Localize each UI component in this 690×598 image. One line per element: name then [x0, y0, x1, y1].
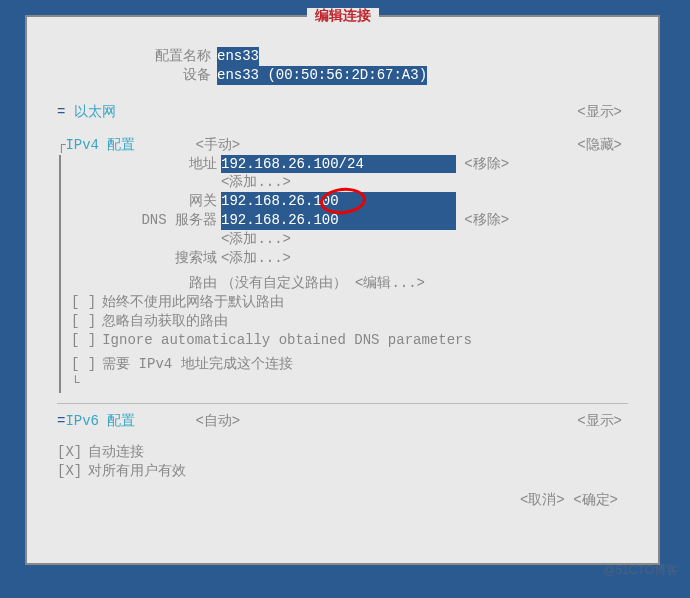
chk-all-users[interactable]: [X] 对所有用户有效 [57, 462, 628, 481]
button-bar: <取消> <确定> [57, 491, 628, 510]
watermark: @51CTO博客 [603, 562, 678, 578]
search-add-button[interactable]: <添加...> [221, 249, 291, 268]
dns-remove-button[interactable]: <移除> [456, 211, 509, 230]
chk-ignore-routes[interactable]: [ ] 忽略自动获取的路由 [71, 312, 628, 331]
chk-ignore-routes-label: 忽略自动获取的路由 [102, 312, 228, 331]
chk-auto-connect-label: 自动连接 [88, 443, 144, 462]
dns-add-button[interactable]: <添加...> [221, 230, 291, 249]
device-row: 设备 ens33 (00:50:56:2D:67:A3) [57, 66, 628, 85]
ipv4-body: 地址 192.168.26.100/24 <移除> <添加...> 网关 192… [59, 155, 628, 394]
ipv4-label: IPv4 配置 [65, 136, 135, 155]
checkbox-checked-icon: [X] [57, 443, 88, 462]
gateway-row: 网关 192.168.26.100 [71, 192, 628, 211]
address-add-button[interactable]: <添加...> [221, 173, 291, 192]
cancel-button[interactable]: <取消> [520, 492, 565, 508]
chk-auto-connect[interactable]: [X] 自动连接 [57, 443, 628, 462]
dns-row: DNS 服务器 192.168.26.100 <移除> [71, 211, 628, 230]
checkbox-icon: [ ] [71, 293, 102, 312]
route-label: 路由 [71, 274, 221, 293]
title-bar: 编辑连接 [27, 7, 658, 26]
address-label: 地址 [71, 155, 221, 174]
dialog-title: 编辑连接 [307, 8, 379, 24]
ipv4-prefix: ┌ [57, 136, 65, 155]
ipv6-mode-select[interactable]: <自动> [195, 412, 240, 431]
ethernet-show-button[interactable]: <显示> [577, 103, 628, 122]
search-row: 搜索域 <添加...> [71, 249, 628, 268]
ipv6-label: IPv6 配置 [65, 412, 135, 431]
address-remove-button[interactable]: <移除> [456, 155, 509, 174]
address-row: 地址 192.168.26.100/24 <移除> [71, 155, 628, 174]
search-label: 搜索域 [71, 249, 221, 268]
ethernet-prefix: = [57, 104, 65, 120]
ipv6-prefix: = [57, 412, 65, 431]
ipv4-section-header: ┌ IPv4 配置 <手动> <隐藏> [57, 136, 628, 155]
device-input[interactable]: ens33 (00:50:56:2D:67:A3) [217, 66, 427, 85]
checkbox-checked-icon: [X] [57, 462, 88, 481]
chk-default-route[interactable]: [ ] 始终不使用此网络于默认路由 [71, 293, 628, 312]
ipv6-show-button[interactable]: <显示> [577, 412, 628, 431]
checkbox-icon: [ ] [71, 312, 102, 331]
dialog-content: 配置名称 ens33 设备 ens33 (00:50:56:2D:67:A3) … [27, 17, 658, 520]
chk-need-ipv4-label: 需要 IPv4 地址完成这个连接 [102, 355, 292, 374]
chk-need-ipv4[interactable]: [ ] 需要 IPv4 地址完成这个连接 [71, 355, 628, 374]
checkbox-icon: [ ] [71, 355, 102, 374]
chk-ignore-dns[interactable]: [ ] Ignore automatically obtained DNS pa… [71, 331, 628, 350]
ipv4-hide-button[interactable]: <隐藏> [577, 136, 628, 155]
gateway-label: 网关 [71, 192, 221, 211]
ipv6-section: = IPv6 配置 <自动> <显示> [57, 412, 628, 431]
address-input[interactable]: 192.168.26.100/24 [221, 155, 456, 174]
chk-all-users-label: 对所有用户有效 [88, 462, 186, 481]
separator [57, 403, 628, 404]
config-name-row: 配置名称 ens33 [57, 47, 628, 66]
config-name-input[interactable]: ens33 [217, 47, 259, 66]
route-edit-button[interactable]: <编辑...> [347, 274, 425, 293]
ethernet-section: = 以太网 <显示> [57, 103, 628, 122]
dns-add-row: <添加...> [71, 230, 628, 249]
address-add-row: <添加...> [71, 173, 628, 192]
config-name-label: 配置名称 [57, 47, 217, 66]
device-label: 设备 [57, 66, 217, 85]
chk-ignore-dns-label: Ignore automatically obtained DNS parame… [102, 331, 472, 350]
chk-default-route-label: 始终不使用此网络于默认路由 [102, 293, 284, 312]
dialog-window: 编辑连接 配置名称 ens33 设备 ens33 (00:50:56:2D:67… [25, 15, 660, 565]
route-text: （没有自定义路由） [221, 274, 347, 293]
route-row: 路由 （没有自定义路由） <编辑...> [71, 274, 628, 293]
gateway-input[interactable]: 192.168.26.100 [221, 192, 456, 211]
ethernet-label: 以太网 [74, 104, 116, 120]
ipv4-mode-select[interactable]: <手动> [195, 136, 240, 155]
dns-input[interactable]: 192.168.26.100 [221, 211, 456, 230]
checkbox-icon: [ ] [71, 331, 102, 350]
dns-label: DNS 服务器 [71, 211, 221, 230]
ok-button[interactable]: <确定> [573, 492, 618, 508]
